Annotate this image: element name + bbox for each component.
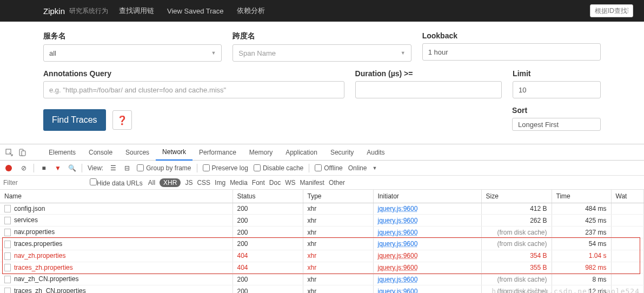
filter-tag-css[interactable]: CSS (197, 179, 210, 187)
network-filter-bar: Hide data URLs AllXHRJSCSSImgMediaFontDo… (0, 176, 644, 190)
request-row[interactable]: nav_zh.properties404xhrjquery.js:9600354… (0, 250, 644, 262)
devtools-panel: ElementsConsoleSourcesNetworkPerformance… (0, 144, 644, 293)
file-icon (4, 241, 11, 248)
span-label: 跨度名 (233, 31, 411, 41)
initiator-link[interactable]: jquery.js:9600 (378, 288, 418, 293)
filter-tag-js[interactable]: JS (185, 179, 192, 187)
file-icon (4, 288, 11, 293)
view-large-icon[interactable]: ☰ (109, 164, 117, 172)
column-type[interactable]: Type (303, 190, 373, 203)
trace-id-search-input[interactable] (590, 4, 633, 17)
service-value: all (49, 49, 56, 57)
devtools-tab-elements[interactable]: Elements (42, 144, 82, 161)
sort-select[interactable]: Longest First (512, 118, 601, 131)
file-icon (4, 264, 11, 271)
camera-icon[interactable]: ■ (39, 164, 48, 172)
devtools-tab-audits[interactable]: Audits (360, 144, 391, 161)
nav-dependency[interactable]: 依赖分析 (237, 6, 265, 16)
brand-subtitle: 研究系统行为 (69, 6, 108, 16)
duration-input[interactable] (355, 81, 502, 98)
initiator-link[interactable]: jquery.js:9600 (378, 240, 418, 248)
hide-data-urls-checkbox[interactable]: Hide data URLs (90, 178, 143, 187)
lookback-select[interactable]: 1 hour (422, 43, 601, 61)
initiator-link[interactable]: jquery.js:9600 (378, 264, 418, 271)
network-toolbar: ⊘ ■ ▼ 🔍 View: ☰ ⊟ Group by frame Preserv… (0, 161, 644, 176)
filter-tag-ws[interactable]: WS (285, 179, 295, 187)
file-icon (4, 205, 11, 212)
filter-tag-img[interactable]: Img (215, 179, 225, 187)
devtools-tab-security[interactable]: Security (324, 144, 360, 161)
sort-value: Longest First (518, 121, 559, 129)
devtools-tab-performance[interactable]: Performance (192, 144, 243, 161)
brand[interactable]: Zipkin (43, 6, 65, 16)
help-button[interactable]: ❓ (112, 110, 132, 130)
caret-down-icon[interactable]: ▼ (372, 165, 377, 171)
service-select[interactable]: all ▼ (43, 44, 222, 62)
view-label: View: (88, 164, 103, 172)
span-placeholder: Span Name (238, 49, 276, 57)
file-icon (4, 229, 11, 236)
filter-tag-all[interactable]: All (148, 179, 155, 187)
find-traces-button[interactable]: Find Traces (43, 109, 106, 131)
column-status[interactable]: Status (233, 190, 303, 203)
filter-tag-doc[interactable]: Doc (269, 179, 281, 187)
file-icon (4, 276, 11, 283)
column-name[interactable]: Name (0, 190, 233, 203)
column-size[interactable]: Size (481, 190, 552, 203)
column-initiator[interactable]: Initiator (373, 190, 481, 203)
column-wat[interactable]: Wat (611, 190, 644, 203)
view-small-icon[interactable]: ⊟ (123, 164, 131, 172)
initiator-link[interactable]: jquery.js:9600 (378, 252, 418, 259)
group-by-frame-checkbox[interactable]: Group by frame (137, 164, 191, 172)
request-row[interactable]: nav.properties200xhrjquery.js:9600(from … (0, 227, 644, 238)
svg-rect-2 (22, 151, 25, 156)
caret-down-icon: ▼ (401, 50, 406, 56)
filter-icon[interactable]: ▼ (54, 164, 62, 172)
filter-tag-media[interactable]: Media (230, 179, 248, 187)
file-icon (4, 217, 11, 224)
nav-view-saved[interactable]: View Saved Trace (167, 7, 224, 15)
annotations-input[interactable] (43, 81, 344, 98)
request-row[interactable]: nav_zh_CN.properties200xhrjquery.js:9600… (0, 274, 644, 285)
throttle-select[interactable]: Online (348, 164, 367, 172)
initiator-link[interactable]: jquery.js:9600 (378, 276, 418, 283)
sort-label: Sort (512, 106, 601, 115)
request-row[interactable]: traces.properties200xhrjquery.js:9600(fr… (0, 238, 644, 250)
annotations-label: Annotations Query (43, 69, 344, 78)
span-select[interactable]: Span Name ▼ (233, 44, 411, 62)
devtools-tab-network[interactable]: Network (156, 144, 192, 161)
lookback-label: Lookback (422, 31, 601, 40)
filter-tag-other[interactable]: Other (329, 179, 345, 187)
navbar: Zipkin 研究系统行为 查找调用链 View Saved Trace 依赖分… (0, 0, 644, 22)
devtools-tab-console[interactable]: Console (82, 144, 119, 161)
initiator-link[interactable]: jquery.js:9600 (378, 229, 418, 236)
disable-cache-checkbox[interactable]: Disable cache (254, 164, 303, 172)
preserve-log-checkbox[interactable]: Preserve log (203, 164, 248, 172)
filter-input[interactable] (3, 179, 84, 187)
nav-find-traces[interactable]: 查找调用链 (119, 6, 154, 16)
search-icon[interactable]: 🔍 (68, 164, 76, 172)
lookback-value: 1 hour (428, 48, 448, 56)
devtools-tab-sources[interactable]: Sources (119, 144, 156, 161)
clear-icon[interactable]: ⊘ (19, 164, 28, 172)
column-time[interactable]: Time (552, 190, 611, 203)
device-toggle-icon[interactable] (16, 146, 28, 158)
filter-tag-manifest[interactable]: Manifest (300, 179, 324, 187)
filter-tag-font[interactable]: Font (252, 179, 265, 187)
inspect-icon[interactable] (3, 146, 15, 158)
devtools-tab-memory[interactable]: Memory (243, 144, 279, 161)
filter-tag-xhr[interactable]: XHR (160, 178, 181, 187)
limit-input[interactable] (513, 81, 601, 98)
caret-down-icon: ▼ (211, 50, 216, 56)
request-row[interactable]: config.json200xhrjquery.js:9600412 B484 … (0, 203, 644, 215)
initiator-link[interactable]: jquery.js:9600 (378, 205, 418, 212)
request-row[interactable]: services200xhrjquery.js:9600262 B425 ms (0, 215, 644, 227)
record-button[interactable] (5, 165, 12, 171)
devtools-tab-application[interactable]: Application (279, 144, 324, 161)
file-icon (4, 252, 11, 260)
request-row[interactable]: traces_zh_CN.properties200xhrjquery.js:9… (0, 285, 644, 293)
initiator-link[interactable]: jquery.js:9600 (378, 217, 418, 224)
request-row[interactable]: traces_zh.properties404xhrjquery.js:9600… (0, 262, 644, 274)
offline-checkbox[interactable]: Offline (315, 164, 342, 172)
help-icon: ❓ (117, 115, 128, 125)
